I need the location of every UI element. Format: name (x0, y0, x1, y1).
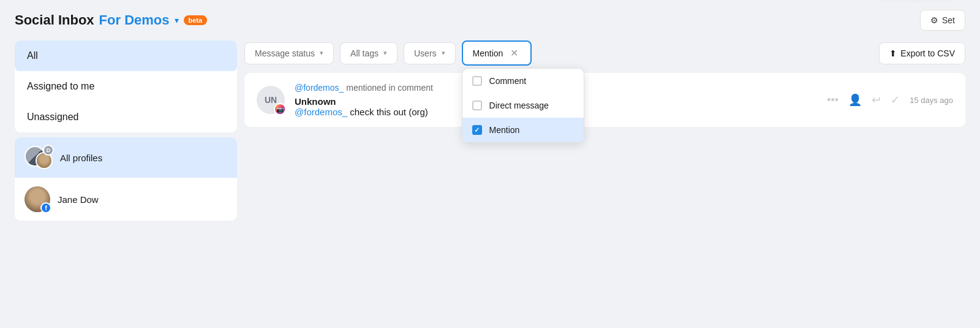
header-right: Message type ⚙ Set (915, 10, 965, 31)
filters-bar: Message status ▾ All tags ▾ Users ▾ Ment… (244, 40, 965, 66)
sidebar-item-unassigned[interactable]: Unassigned (15, 102, 237, 132)
sender-name: Unknown (295, 96, 336, 107)
jane-avatar-wrap: f (24, 186, 50, 212)
all-profiles-avatar: D (24, 146, 53, 169)
message-time: 15 days ago (910, 96, 953, 105)
app-title-black: Social Inbox (15, 12, 94, 28)
message-avatar-wrap: UN 📷 (257, 86, 285, 114)
settings-label: Set (942, 15, 955, 25)
mention-clear-button[interactable]: ✕ (508, 47, 521, 59)
direct-message-label: Direct message (489, 101, 549, 110)
mention-checkbox[interactable] (472, 125, 482, 135)
message-actions: ••• 👤 ↩ ✓ 15 days ago (827, 93, 953, 107)
dropdown-item-comment[interactable]: Comment (462, 69, 584, 93)
sidebar-item-assigned[interactable]: Assigned to me (15, 71, 237, 102)
app-title-blue[interactable]: For Demos (99, 12, 170, 28)
assign-user-icon[interactable]: 👤 (848, 93, 862, 107)
export-csv-button[interactable]: ⬆ Export to CSV (879, 42, 965, 64)
all-tags-chevron-icon: ▾ (383, 49, 387, 57)
message-list: UN 📷 @fordemos_ mentioned in comment Unk… (244, 73, 965, 318)
mention-filter-wrapper: Mention ✕ Comment Direct message (462, 40, 532, 66)
users-filter[interactable]: Users ▾ (404, 42, 456, 64)
beta-badge: beta (184, 15, 208, 25)
instagram-badge-icon: 📷 (274, 103, 286, 115)
sidebar-item-all[interactable]: All (15, 40, 237, 71)
main-layout: All Assigned to me Unassigned (0, 40, 980, 328)
users-chevron-icon: ▾ (442, 49, 445, 57)
all-profiles-label: All profiles (60, 153, 102, 163)
profile-item-jane[interactable]: f Jane Dow (15, 178, 237, 221)
all-tags-label: All tags (350, 48, 379, 58)
settings-button[interactable]: ⚙ Set (920, 10, 965, 31)
comment-label: Comment (489, 76, 527, 86)
resolve-icon[interactable]: ✓ (891, 93, 900, 107)
profiles-section: D All profiles f Jane Dow (15, 137, 237, 221)
content-area: Message status ▾ All tags ▾ Users ▾ Ment… (244, 40, 965, 318)
mention-option-label: Mention (489, 125, 520, 135)
more-options-icon[interactable]: ••• (827, 94, 839, 107)
comment-checkbox[interactable] (472, 76, 482, 86)
gear-icon: ⚙ (930, 15, 938, 25)
profile-item-all[interactable]: D All profiles (15, 137, 237, 178)
dropdown-item-direct-message[interactable]: Direct message (462, 93, 584, 118)
header-left: Social Inbox For Demos ▾ beta (15, 12, 207, 28)
export-label: Export to CSV (900, 48, 955, 58)
message-type-dropdown: Comment Direct message Mention (462, 68, 584, 143)
message-status-label: Message status (255, 48, 315, 58)
app-header: Social Inbox For Demos ▾ beta Message ty… (0, 0, 980, 40)
d-badge: D (43, 145, 54, 156)
dropdown-item-mention[interactable]: Mention (462, 118, 584, 142)
direct-message-checkbox[interactable] (472, 101, 482, 110)
users-label: Users (414, 48, 437, 58)
message-status-filter[interactable]: Message status ▾ (244, 42, 334, 64)
all-tags-filter[interactable]: All tags ▾ (340, 42, 398, 64)
body-mention-link[interactable]: @fordemos_ (295, 107, 347, 117)
facebook-badge-icon: f (40, 202, 51, 213)
reply-icon[interactable]: ↩ (872, 93, 881, 107)
message-text: check this out (org) (350, 107, 428, 117)
export-icon: ⬆ (889, 48, 897, 58)
message-status-chevron-icon: ▾ (320, 49, 323, 57)
mention-filter[interactable]: Mention ✕ (462, 40, 532, 66)
mention-label: Mention (473, 48, 503, 58)
nav-section: All Assigned to me Unassigned (15, 40, 237, 132)
jane-dow-label: Jane Dow (58, 194, 99, 205)
table-row: UN 📷 @fordemos_ mentioned in comment Unk… (244, 73, 965, 127)
title-chevron-icon[interactable]: ▾ (175, 15, 179, 25)
mention-link[interactable]: @fordemos_ (295, 83, 344, 93)
sidebar: All Assigned to me Unassigned (15, 40, 237, 318)
